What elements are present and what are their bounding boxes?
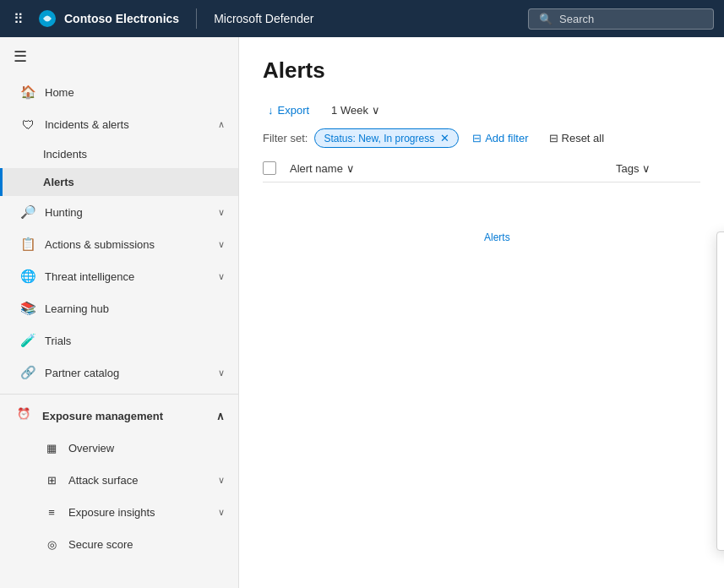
export-icon: ↓ xyxy=(268,104,274,117)
sidebar-section-exposure-management[interactable]: ⏰ Exposure management ∧ xyxy=(0,400,238,432)
sort-icon: ∨ xyxy=(346,162,355,175)
toolbar: ↓ Export 1 Week ∨ xyxy=(263,101,700,120)
sidebar-item-secure-score[interactable]: ◎ Secure score xyxy=(0,528,238,560)
brand-name: Contoso Electronics xyxy=(64,12,179,25)
sidebar-item-incidents[interactable]: Incidents xyxy=(0,140,238,168)
chevron-down-icon: ∨ xyxy=(218,475,225,486)
filter-option-entities[interactable]: Entities xyxy=(717,458,724,482)
home-icon: 🏠 xyxy=(19,84,36,101)
filter-option-automated-investigation[interactable]: Automated investigation state xyxy=(717,482,724,505)
reset-icon: ⊟ xyxy=(549,132,558,144)
sidebar-item-incidents-alerts[interactable]: 🛡 Incidents & alerts ∧ xyxy=(0,108,238,140)
search-placeholder: Search xyxy=(559,13,594,25)
partner-icon: 🔗 xyxy=(19,364,36,381)
add-filter-dropdown: Add filter 🔍 Severity Status Categories xyxy=(716,231,724,551)
sidebar-item-label: Home xyxy=(45,86,225,99)
chevron-down-icon: ∨ xyxy=(218,239,225,250)
sidebar-item-label: Threat intelligence xyxy=(45,270,210,283)
col-tags-label: Tags xyxy=(616,162,639,175)
chevron-down-icon: ∨ xyxy=(372,104,380,117)
search-icon: 🔍 xyxy=(539,13,553,25)
dropdown-title: Add filter xyxy=(717,242,724,263)
reset-label: Reset all xyxy=(562,132,605,144)
sort-icon: ∨ xyxy=(642,162,651,175)
overview-icon: ▦ xyxy=(43,439,60,456)
filter-option-service-detection[interactable]: Service/detection sources xyxy=(717,363,724,387)
shield-icon: 🛡 xyxy=(19,116,36,133)
sidebar-item-label: Trials xyxy=(45,335,225,347)
week-selector[interactable]: 1 Week ∨ xyxy=(324,101,387,120)
breadcrumb[interactable]: Alerts xyxy=(484,231,510,243)
export-button[interactable]: ↓ Export xyxy=(263,101,314,120)
col-alert-label: Alert name xyxy=(290,162,343,175)
threat-icon: 🌐 xyxy=(19,268,36,285)
sidebar-item-label: Attack surface xyxy=(68,474,210,487)
filter-option-categories[interactable]: Categories xyxy=(717,340,724,363)
topbar-divider xyxy=(196,8,197,29)
sidebar-item-home[interactable]: 🏠 Home xyxy=(0,76,238,108)
sidebar-item-overview[interactable]: ▦ Overview xyxy=(0,432,238,464)
filter-option-product-name[interactable]: Product name xyxy=(717,434,724,458)
topbar-search[interactable]: 🔍 Search xyxy=(528,8,714,30)
remove-filter-button[interactable]: ✕ xyxy=(440,132,449,144)
attack-surface-icon: ⊞ xyxy=(43,471,60,488)
filter-icon: ⊟ xyxy=(472,132,482,144)
sidebar-item-hunting[interactable]: 🔎 Hunting ∨ xyxy=(0,196,238,228)
column-tags[interactable]: Tags ∨ xyxy=(616,162,700,175)
sidebar-item-threat-intelligence[interactable]: 🌐 Threat intelligence ∨ xyxy=(0,260,238,292)
chevron-down-icon: ∨ xyxy=(218,207,225,218)
sidebar-item-learning-hub[interactable]: 📚 Learning hub xyxy=(0,292,238,324)
sidebar-item-actions-submissions[interactable]: 📋 Actions & submissions ∨ xyxy=(0,228,238,260)
sidebar-item-partner-catalog[interactable]: 🔗 Partner catalog ∨ xyxy=(0,357,238,389)
sidebar-divider xyxy=(0,394,238,395)
reset-all-button[interactable]: ⊟ Reset all xyxy=(542,129,612,147)
sidebar-item-label: Exposure insights xyxy=(68,506,210,519)
sidebar-section-label: Exposure management xyxy=(42,410,208,422)
filter-option-tags[interactable]: Tags xyxy=(717,387,724,411)
column-alert-name[interactable]: Alert name ∨ xyxy=(290,162,616,175)
exposure-mgmt-icon: ⏰ xyxy=(17,407,34,424)
chevron-up-icon: ∧ xyxy=(218,119,225,130)
select-all-checkbox[interactable] xyxy=(263,161,276,175)
sidebar-item-trials[interactable]: 🧪 Trials xyxy=(0,324,238,357)
exposure-insights-icon: ≡ xyxy=(43,504,60,520)
active-filter-chip: Status: New, In progress ✕ xyxy=(314,128,459,148)
add-filter-label: Add filter xyxy=(485,132,528,144)
active-filter-text: Status: New, In progress xyxy=(324,133,434,144)
sidebar-item-label: Alerts xyxy=(43,176,225,188)
sidebar-item-label: Incidents xyxy=(43,148,225,161)
sidebar-item-exposure-insights[interactable]: ≡ Exposure insights ∨ xyxy=(0,496,238,528)
filter-option-policy[interactable]: Policy xyxy=(717,411,724,434)
sidebar-item-label: Actions & submissions xyxy=(45,238,210,251)
filter-option-status[interactable]: Status xyxy=(717,316,724,340)
contoso-logo-icon xyxy=(37,8,57,29)
sidebar: ☰ 🏠 Home 🛡 Incidents & alerts ∧ Incident… xyxy=(0,37,239,588)
table-header: Alert name ∨ Tags ∨ xyxy=(263,155,700,182)
secure-score-icon: ◎ xyxy=(43,536,60,553)
hunting-icon: 🔎 xyxy=(19,204,36,220)
export-label: Export xyxy=(278,104,310,117)
sidebar-item-label: Incidents & alerts xyxy=(45,118,210,131)
sidebar-item-label: Learning hub xyxy=(45,302,225,315)
filter-bar: Filter set: Status: New, In progress ✕ ⊟… xyxy=(263,128,700,148)
content-area: Alerts ↓ Export 1 Week ∨ Filter set: Sta… xyxy=(239,37,724,588)
sidebar-item-label: Partner catalog xyxy=(45,367,210,379)
apps-icon[interactable]: ⠿ xyxy=(10,8,27,30)
chevron-down-icon: ∨ xyxy=(218,507,225,518)
trials-icon: 🧪 xyxy=(19,332,36,349)
learning-icon: 📚 xyxy=(19,300,36,317)
filter-option-severity[interactable]: Severity xyxy=(717,292,724,316)
sidebar-toggle[interactable]: ☰ xyxy=(0,37,238,76)
add-filter-button[interactable]: ⊟ Add filter xyxy=(465,129,535,147)
filter-set-label: Filter set: xyxy=(263,132,308,144)
week-label: 1 Week xyxy=(331,104,368,117)
main-layout: ☰ 🏠 Home 🛡 Incidents & alerts ∧ Incident… xyxy=(0,37,724,588)
sidebar-item-alerts[interactable]: Alerts xyxy=(0,168,238,196)
sidebar-item-label: Secure score xyxy=(68,538,225,551)
column-checkbox xyxy=(263,161,290,175)
sidebar-item-label: Hunting xyxy=(45,206,210,219)
sidebar-item-attack-surface[interactable]: ⊞ Attack surface ∨ xyxy=(0,464,238,496)
chevron-down-icon: ∨ xyxy=(218,368,225,378)
page-title: Alerts xyxy=(263,57,700,84)
logo: Contoso Electronics xyxy=(37,8,179,29)
